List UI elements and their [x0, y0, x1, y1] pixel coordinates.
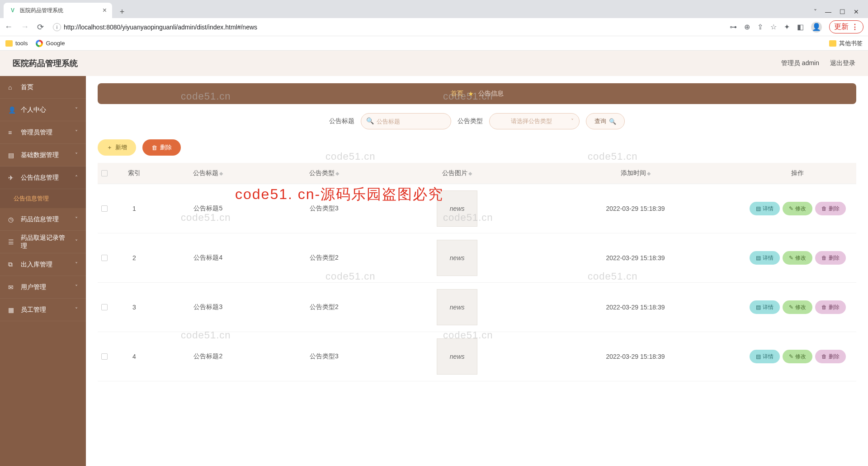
search-icon: 🔍 — [366, 117, 374, 124]
sidebar-item-admin[interactable]: ≡管理员管理˅ — [0, 121, 86, 144]
doc-icon: ▤ — [756, 255, 761, 261]
cell-image — [382, 332, 532, 381]
logout-link[interactable]: 退出登录 — [830, 59, 855, 67]
row-checkbox[interactable] — [101, 304, 108, 310]
col-type[interactable]: 公告类型◆ — [266, 163, 382, 184]
list-icon: ☰ — [8, 238, 15, 246]
query-button[interactable]: 查询🔍 — [586, 113, 625, 129]
bookmark-other[interactable]: 其他书签 — [829, 39, 863, 48]
delete-button[interactable]: 🗑删除 — [142, 139, 181, 156]
col-title[interactable]: 公告标题◆ — [150, 163, 266, 184]
search-type-select[interactable]: 请选择公告类型 ˅ — [489, 113, 580, 129]
row-delete-button[interactable]: 🗑删除 — [815, 251, 846, 265]
zoom-icon[interactable]: ⊕ — [744, 23, 750, 31]
new-tab-button[interactable]: + — [116, 5, 128, 18]
detail-button[interactable]: ▤详情 — [750, 300, 780, 314]
bookmark-tools[interactable]: tools — [5, 40, 28, 47]
trash-icon: 🗑 — [821, 353, 827, 360]
sidebar-item-home[interactable]: ⌂首页 — [0, 76, 86, 99]
minimize-icon[interactable]: — — [825, 8, 831, 15]
reload-icon[interactable]: ⟳ — [37, 22, 44, 32]
sidebar-item-basedata[interactable]: ▤基础数据管理˅ — [0, 144, 86, 166]
trash-icon: 🗑 — [821, 304, 827, 310]
col-image[interactable]: 公告图片◆ — [382, 163, 532, 184]
cell-image — [382, 233, 532, 283]
close-window-icon[interactable]: ✕ — [854, 8, 859, 15]
detail-button[interactable]: ▤详情 — [750, 202, 780, 215]
col-time[interactable]: 添加时间◆ — [532, 163, 739, 184]
cell-type: 公告类型2 — [266, 283, 382, 332]
key-icon[interactable]: ⊶ — [730, 23, 737, 31]
sidebar-item-staff[interactable]: ▦员工管理˅ — [0, 299, 86, 321]
cell-index: 1 — [118, 184, 150, 233]
sidebar: ⌂首页 👤个人中心˅ ≡管理员管理˅ ▤基础数据管理˅ ✈公告信息管理˄ 公告信… — [0, 76, 86, 466]
news-image — [437, 338, 477, 375]
trash-icon: 🗑 — [821, 255, 827, 261]
chevron-down-icon: ˅ — [75, 107, 78, 113]
cell-image — [382, 283, 532, 332]
row-checkbox[interactable] — [101, 255, 108, 261]
col-index[interactable]: 索引 — [118, 163, 150, 184]
forward-icon[interactable]: → — [21, 22, 29, 32]
row-checkbox[interactable] — [101, 353, 108, 360]
row-delete-button[interactable]: 🗑删除 — [815, 300, 846, 314]
edit-button[interactable]: ✎修改 — [783, 350, 812, 363]
share-icon[interactable]: ⇪ — [757, 23, 763, 31]
chevron-down-icon: ˅ — [75, 284, 78, 290]
sidebar-sub-notice[interactable]: 公告信息管理 — [0, 189, 86, 208]
news-image — [437, 190, 477, 227]
detail-button[interactable]: ▤详情 — [750, 251, 780, 265]
sidebar-item-user[interactable]: ✉用户管理˅ — [0, 276, 86, 299]
browser-tab[interactable]: V 医院药品管理系统 × — [4, 3, 112, 18]
send-icon: ✈ — [8, 174, 15, 181]
detail-button[interactable]: ▤详情 — [750, 350, 780, 363]
cell-title: 公告标题3 — [150, 283, 266, 332]
user-label[interactable]: 管理员 admin — [781, 59, 819, 67]
edit-icon: ✎ — [789, 255, 793, 261]
extensions-icon[interactable]: ✦ — [784, 23, 790, 31]
select-all-checkbox[interactable] — [101, 170, 108, 176]
sidebar-item-profile[interactable]: 👤个人中心˅ — [0, 99, 86, 121]
search-title-wrap: 🔍 — [361, 113, 451, 129]
url-box[interactable]: i http://localhost:8080/yiyuanyaopinguan… — [49, 23, 724, 31]
cell-time: 2022-03-29 15:18:39 — [532, 184, 739, 233]
address-bar: ← → ⟳ i http://localhost:8080/yiyuanyaop… — [0, 18, 868, 36]
row-checkbox[interactable] — [101, 205, 108, 212]
cell-time: 2022-03-29 15:18:39 — [532, 283, 739, 332]
edit-button[interactable]: ✎修改 — [783, 202, 812, 215]
sidebar-item-notice[interactable]: ✈公告信息管理˄ — [0, 166, 86, 189]
tab-title: 医院药品管理系统 — [20, 7, 63, 14]
vue-favicon: V — [9, 7, 16, 14]
edit-icon: ✎ — [789, 205, 793, 212]
sidepanel-icon[interactable]: ◧ — [797, 23, 804, 31]
browser-tab-strip: V 医院药品管理系统 × + ˅ — ☐ ✕ — [0, 0, 868, 18]
update-button[interactable]: 更新⋮ — [829, 20, 863, 33]
chevron-down-icon: ˅ — [75, 307, 78, 313]
bookmark-google[interactable]: Google — [36, 40, 65, 47]
site-info-icon[interactable]: i — [53, 23, 61, 31]
edit-button[interactable]: ✎修改 — [783, 300, 812, 314]
row-delete-button[interactable]: 🗑删除 — [815, 202, 846, 215]
close-icon[interactable]: × — [103, 6, 107, 14]
chevron-down-icon: ˅ — [75, 152, 78, 158]
breadcrumb-home[interactable]: 首页 — [451, 90, 463, 98]
grid-icon: ▦ — [8, 306, 15, 314]
sidebar-item-drugrecord[interactable]: ☰药品取退记录管理˅ — [0, 231, 86, 253]
cell-index: 2 — [118, 233, 150, 283]
app-header: 医院药品管理系统 管理员 admin 退出登录 — [0, 51, 868, 76]
sidebar-item-drug[interactable]: ◷药品信息管理˅ — [0, 208, 86, 231]
maximize-icon[interactable]: ☐ — [840, 8, 845, 15]
search-title-input[interactable] — [361, 113, 451, 129]
edit-button[interactable]: ✎修改 — [783, 251, 812, 265]
doc-icon: ▤ — [756, 353, 761, 360]
chevron-up-icon: ˄ — [75, 175, 78, 181]
add-button[interactable]: ＋新增 — [98, 139, 136, 156]
back-icon[interactable]: ← — [5, 22, 13, 32]
profile-avatar[interactable]: 👤 — [811, 22, 822, 33]
trash-icon: 🗑 — [821, 205, 827, 212]
bookmark-icon[interactable]: ☆ — [770, 23, 777, 31]
row-delete-button[interactable]: 🗑删除 — [815, 350, 846, 363]
sidebar-item-stock[interactable]: ⧉出入库管理˅ — [0, 253, 86, 276]
chevron-down-icon[interactable]: ˅ — [814, 8, 817, 15]
edit-icon: ✎ — [789, 304, 793, 310]
